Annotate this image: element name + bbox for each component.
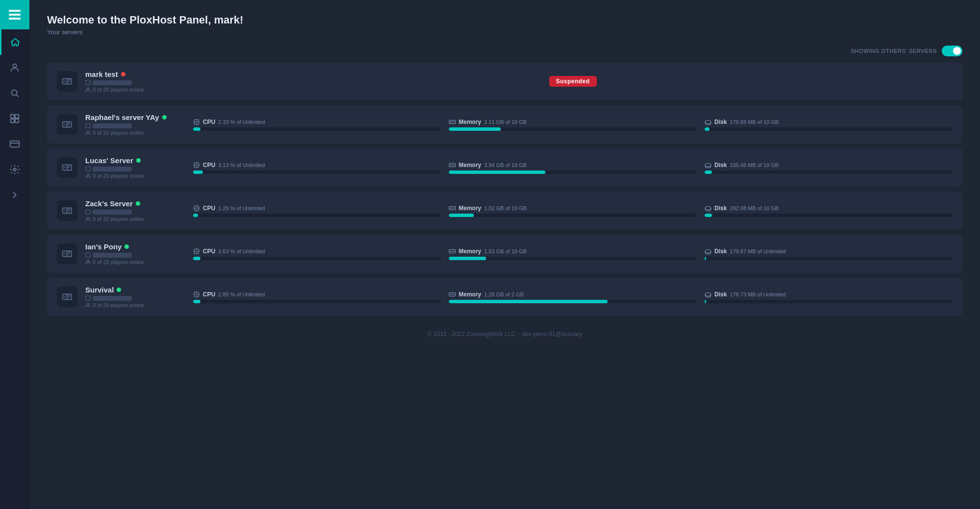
svg-rect-7 [10,119,14,122]
cpu-stat: CPU 2.85 % of Unlimited [193,291,441,303]
others-servers-toggle[interactable] [942,46,962,56]
cpu-value: 3.13 % of Unlimited [218,162,265,168]
cpu-bar-bg [193,214,441,217]
search-icon[interactable] [0,80,29,106]
server-info: Zack's Server 0 of 20 players online [85,199,183,222]
svg-rect-6 [15,115,18,118]
server-card-survival[interactable]: Survival 0 of 20 players online [47,278,962,316]
memory-value: 1.02 GB of 10 GB [484,205,527,211]
disk-bar-fill [705,127,710,131]
plugin-icon[interactable] [0,106,29,131]
memory-stat: Memory 2.11 GB of 10 GB [449,119,697,131]
server-id [85,123,183,128]
cpu-label: CPU [203,291,215,298]
cpu-bar-fill [193,300,200,303]
memory-value: 1.28 GB of 2 GB [484,291,524,297]
server-card-ians-pony[interactable]: Ian's Pony 0 of 20 players online [47,235,962,273]
disk-value: 335.48 MB of 10 GB [730,162,779,168]
memory-bar-fill [449,257,486,260]
cpu-bar-bg [193,127,441,131]
svg-rect-45 [86,167,90,171]
svg-point-60 [705,163,711,167]
status-dot [136,158,141,163]
svg-rect-69 [196,207,197,209]
server-info: mark test 0 of 20 players online [85,70,183,93]
home-icon[interactable] [0,29,29,55]
svg-rect-48 [196,164,197,166]
server-id [85,209,183,215]
server-players: 0 of 20 players online [85,130,183,136]
svg-point-123 [705,292,711,296]
server-card-inner: mark test 0 of 20 players online Suspend… [47,62,962,100]
svg-rect-1 [9,14,21,16]
disk-bar-bg [705,300,953,303]
svg-rect-8 [15,119,18,122]
toggle-row: SHOWING OTHERS' SERVERS [47,46,962,56]
svg-point-20 [64,124,65,125]
cpu-value: 2.63 % of Unlimited [218,248,265,254]
svg-point-13 [64,81,65,82]
sidebar-logo [0,0,29,29]
disk-bar-fill [705,300,706,303]
settings-icon[interactable] [0,157,29,182]
memory-label: Memory [459,291,481,298]
server-card-inner: Lucas' Server 0 of 20 players online [47,148,962,187]
cpu-stat: CPU 1.29 % of Unlimited [193,205,441,217]
status-dot [162,115,167,120]
svg-point-41 [64,167,65,169]
svg-rect-26 [194,120,198,124]
server-card-mark-test[interactable]: mark test 0 of 20 players online Suspend… [47,62,962,100]
memory-value: 3.94 GB of 10 GB [484,162,527,168]
server-avatar [57,71,77,92]
disk-label: Disk [714,162,727,169]
status-dot [124,244,129,249]
cpu-bar-bg [193,300,441,303]
disk-value: 179.69 MB of 10 GB [730,119,779,125]
disk-label: Disk [714,248,727,255]
cpu-label: CPU [203,205,215,212]
server-card-inner: Survival 0 of 20 players online [47,278,962,316]
server-card-raphaels-server[interactable]: Raphael's server YAy 0 of 20 players onl… [47,105,962,144]
memory-label: Memory [459,248,481,255]
memory-stat: Memory 3.94 GB of 10 GB [449,162,697,174]
memory-stat: Memory 1.28 GB of 2 GB [449,291,697,303]
cpu-bar-bg [193,257,441,260]
cpu-bar-bg [193,170,441,174]
server-id [85,252,183,258]
svg-rect-111 [196,293,197,295]
svg-rect-27 [196,121,197,123]
server-card-inner: Ian's Pony 0 of 20 players online [47,235,962,273]
disk-label: Disk [714,119,727,125]
user-icon[interactable] [0,55,29,80]
svg-rect-9 [10,141,19,147]
arrow-icon[interactable] [0,182,29,208]
server-name: Zack's Server [85,199,183,208]
stats-section: CPU 2.33 % of Unlimited Memory 2.11 GB o… [193,119,953,131]
memory-label: Memory [459,205,481,212]
billing-icon[interactable] [0,131,29,157]
disk-bar-bg [705,214,953,217]
disk-bar-bg [705,170,953,174]
server-name: mark test [85,70,183,78]
svg-point-83 [64,253,65,255]
svg-rect-47 [194,163,198,167]
memory-value: 2.11 GB of 10 GB [484,119,527,125]
svg-point-81 [705,206,711,210]
disk-stat: Disk 335.48 MB of 10 GB [705,162,953,174]
disk-label: Disk [714,291,727,298]
server-id [85,295,183,301]
svg-rect-2 [9,18,21,20]
server-card-lucas-server[interactable]: Lucas' Server 0 of 20 players online [47,148,962,187]
server-card-zacks-server[interactable]: Zack's Server 0 of 20 players online [47,192,962,230]
cpu-stat: CPU 3.13 % of Unlimited [193,162,441,174]
stats-section: CPU 1.29 % of Unlimited Memory 1.02 GB o… [193,205,953,217]
cpu-label: CPU [203,162,215,169]
server-avatar [57,114,77,135]
memory-bar-bg [449,300,697,303]
memory-value: 1.53 GB of 10 GB [484,248,527,254]
memory-bar-fill [449,300,608,303]
server-card-inner: Raphael's server YAy 0 of 20 players onl… [47,105,962,144]
disk-stat: Disk 292.08 MB of 10 GB [705,205,953,217]
svg-point-3 [13,64,16,68]
status-dot [117,288,121,292]
